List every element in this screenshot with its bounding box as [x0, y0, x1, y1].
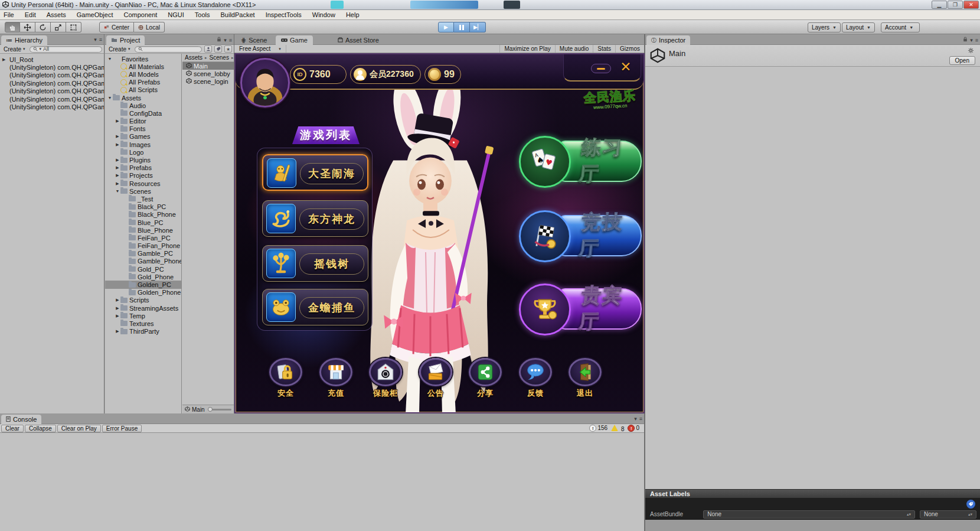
layout-dropdown[interactable]: Layout▼ — [842, 22, 875, 32]
tab-scene[interactable]: ⋕ Scene — [236, 35, 272, 45]
menu-item[interactable]: Edit — [25, 11, 36, 18]
dock-item-recharge[interactable]: 充值 — [311, 358, 361, 399]
project-tree-row[interactable]: Gamble_PC — [105, 250, 181, 258]
cards-icon[interactable]: A♠ ♥ — [519, 136, 571, 188]
step-button[interactable]: ▶▏ — [470, 22, 486, 32]
menu-item[interactable]: Help — [346, 11, 360, 18]
rotate-tool-button[interactable] — [35, 22, 51, 32]
hierarchy-row[interactable]: (UnitySingleton) com.QH.QPGam — [0, 87, 104, 95]
favorites-star-button[interactable]: ★ — [224, 45, 232, 53]
hierarchy-row[interactable]: (UnitySingleton) com.QH.QPGam — [0, 103, 104, 110]
console-button[interactable]: Collapse — [25, 425, 56, 432]
breadcrumb-item[interactable]: Scenes — [210, 54, 234, 61]
breadcrumb-item[interactable]: Assets — [185, 54, 210, 61]
expand-arrow-icon[interactable]: ▶ — [115, 173, 120, 178]
tab-console[interactable]: Console — [1, 415, 41, 424]
tab-hierarchy[interactable]: ≔ Hierarchy — [1, 35, 47, 45]
project-tree-row[interactable]: Golden_PC — [105, 281, 181, 288]
arena-hall-button[interactable]: 竞技厅 — [559, 215, 642, 256]
search-by-type-button[interactable] — [204, 45, 212, 53]
expand-arrow-icon[interactable]: ▼ — [115, 189, 120, 193]
project-tree-row[interactable]: Textures — [105, 320, 181, 327]
project-tree-row[interactable]: ▶ Games — [105, 133, 181, 141]
menu-item[interactable]: Tools — [195, 11, 210, 18]
error-counter[interactable]: !0 — [628, 425, 639, 432]
open-button[interactable]: Open — [949, 56, 975, 65]
hierarchy-search-input[interactable]: ▾ All — [30, 46, 102, 53]
project-tree-row[interactable]: FeiFan_PC — [105, 234, 181, 242]
pause-button[interactable] — [454, 22, 470, 32]
project-tree-row[interactable]: Black_PC — [105, 203, 181, 211]
game-minimize-button[interactable] — [591, 64, 611, 73]
project-tree-row[interactable]: ▶ Plugins — [105, 156, 181, 164]
project-tree-row[interactable]: Black_Phone — [105, 211, 181, 219]
game-button-yaoqianshu[interactable]: 摇钱树 — [262, 245, 368, 282]
menu-item[interactable]: Component — [123, 11, 157, 18]
hierarchy-create-button[interactable]: Create▾ — [2, 46, 27, 53]
project-tree-row[interactable]: ▼ Scenes — [105, 187, 181, 195]
project-tree-row[interactable]: ▶ Images — [105, 141, 181, 148]
aspect-ratio-dropdown[interactable]: Free Aspect ▾ — [234, 45, 286, 53]
window-maximize-button[interactable]: ❐ — [948, 1, 963, 9]
console-log-area[interactable] — [0, 433, 644, 531]
project-tree-row[interactable]: Blue_PC — [105, 219, 181, 226]
project-tree-row[interactable]: Audio — [105, 102, 181, 109]
game-view-toggle-button[interactable]: Maximize on Play — [499, 45, 554, 53]
game-button-jinchanbuyu[interactable]: 金蟾捕鱼 — [262, 289, 368, 325]
expand-arrow-icon[interactable]: ▶ — [115, 158, 120, 162]
project-tree-row[interactable]: ▶ Prefabs — [105, 164, 181, 172]
game-close-button[interactable]: ✕ — [617, 58, 635, 76]
practice-hall-button[interactable]: 练习厅 — [559, 141, 642, 182]
tab-asset-store[interactable]: Asset Store — [332, 35, 384, 45]
project-tree-row[interactable]: ▶ Editor — [105, 118, 181, 125]
handle-local-button[interactable]: Local — [134, 22, 165, 32]
expand-arrow-icon[interactable]: ▶ — [115, 119, 120, 123]
panel-dropdown-icon[interactable]: ▾ — [224, 37, 227, 43]
console-button[interactable]: Clear — [1, 425, 24, 432]
panel-dropdown-icon[interactable]: ▾ — [634, 416, 637, 422]
project-tree-row[interactable]: ▶ Resources — [105, 180, 181, 187]
game-button-dongfangshenlong[interactable]: 东方神龙 — [262, 200, 368, 237]
dock-item-feedback[interactable]: 反馈 — [511, 358, 560, 399]
search-by-label-button[interactable] — [214, 45, 222, 53]
dock-item-safe[interactable]: 保险柜 — [361, 358, 410, 399]
info-counter[interactable]: !156 — [589, 425, 607, 432]
menu-item[interactable]: GameObject — [77, 11, 113, 18]
project-tree-row[interactable]: ▶ Projects — [105, 172, 181, 180]
hierarchy-row[interactable]: (UnitySingleton) com.QH.QPGam — [0, 95, 104, 103]
play-button[interactable]: ▶ — [438, 22, 454, 32]
panel-menu-icon[interactable]: ≡ — [975, 37, 978, 43]
hierarchy-row[interactable]: (UnitySingleton) com.QH.QPGam — [0, 71, 104, 79]
asset-labels-header[interactable]: Asset Labels — [645, 489, 980, 498]
account-dropdown[interactable]: Account▼ — [881, 22, 920, 32]
hand-tool-button[interactable] — [5, 22, 20, 32]
window-minimize-button[interactable]: ▁ — [932, 1, 947, 9]
expand-arrow-icon[interactable]: ▼ — [107, 96, 113, 100]
menu-item[interactable]: BuildPacket — [221, 11, 255, 18]
project-tree-row[interactable]: Gamble_Phone — [105, 258, 181, 265]
menu-item[interactable]: NGUI — [168, 11, 184, 18]
menu-item[interactable]: Assets — [47, 11, 66, 18]
project-tree-row[interactable]: ▼ Assets — [105, 94, 181, 102]
tab-project[interactable]: Project — [106, 35, 145, 45]
expand-arrow-icon[interactable]: ▶ — [115, 142, 120, 147]
pivot-center-button[interactable]: Center — [99, 22, 134, 32]
hierarchy-row[interactable]: ▶ UI_Root — [0, 56, 104, 63]
panel-menu-icon[interactable]: ≡ — [229, 37, 232, 43]
layers-dropdown[interactable]: Layers▼ — [808, 22, 841, 32]
dock-item-share[interactable]: 分享 — [460, 358, 510, 399]
console-button[interactable]: Error Pause — [102, 425, 142, 432]
trophy-icon[interactable] — [519, 284, 571, 335]
assetbundle-variant-dropdown[interactable]: None▴▾ — [920, 510, 976, 519]
project-tree-row[interactable]: Golden_Phone — [105, 289, 181, 297]
lock-icon[interactable] — [963, 37, 968, 43]
expand-arrow-icon[interactable]: ▶ — [2, 57, 9, 62]
label-tag-icon[interactable] — [966, 500, 975, 509]
expand-arrow-icon[interactable]: ▶ — [115, 298, 120, 302]
warning-counter[interactable]: 8 — [611, 425, 624, 432]
expand-arrow-icon[interactable]: ▼ — [107, 57, 113, 61]
rect-tool-button[interactable] — [66, 22, 81, 32]
player-avatar[interactable] — [240, 58, 290, 107]
thumbnail-size-slider[interactable] — [208, 409, 231, 411]
project-tree-row[interactable]: FeiFan_Phone — [105, 242, 181, 250]
